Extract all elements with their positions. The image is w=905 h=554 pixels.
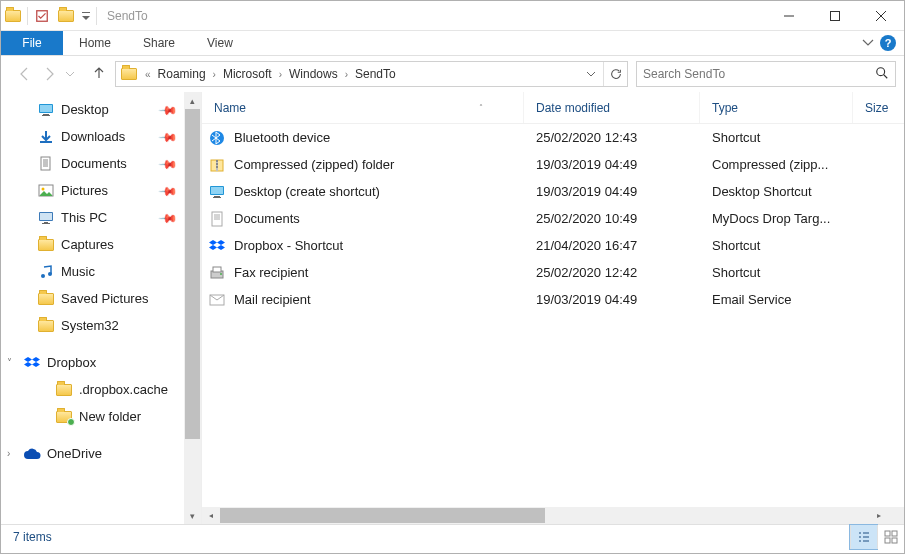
search-icon[interactable] bbox=[875, 66, 889, 83]
recent-locations-dropdown[interactable] bbox=[65, 69, 75, 79]
hscroll-right[interactable]: ▸ bbox=[870, 507, 887, 524]
file-date: 19/03/2019 04:49 bbox=[524, 292, 700, 307]
file-row[interactable]: Desktop (create shortcut)19/03/2019 04:4… bbox=[202, 178, 904, 205]
back-button[interactable] bbox=[17, 66, 33, 82]
svg-rect-6 bbox=[43, 114, 49, 115]
sidebar-item-desktop[interactable]: Desktop📌 bbox=[1, 96, 184, 123]
sidebar-scrollbar[interactable]: ▴ ▾ bbox=[184, 92, 201, 524]
breadcrumb-sep[interactable]: › bbox=[342, 69, 351, 80]
nav-arrows bbox=[7, 64, 111, 84]
sidebar-item--dropbox-cache[interactable]: .dropbox.cache bbox=[1, 376, 184, 403]
svg-rect-15 bbox=[42, 223, 50, 224]
file-row[interactable]: Mail recipient19/03/2019 04:49Email Serv… bbox=[202, 286, 904, 313]
scroll-corner bbox=[887, 507, 904, 524]
refresh-button[interactable] bbox=[603, 62, 627, 86]
sidebar-item-dropbox[interactable]: ˅Dropbox bbox=[1, 349, 184, 376]
tab-view[interactable]: View bbox=[191, 31, 249, 55]
newfolder-icon bbox=[55, 408, 73, 426]
svg-point-31 bbox=[220, 273, 222, 275]
file-row[interactable]: Documents25/02/2020 10:49MyDocs Drop Tar… bbox=[202, 205, 904, 232]
sidebar-item-downloads[interactable]: Downloads📌 bbox=[1, 123, 184, 150]
qat-customize-dropdown[interactable] bbox=[78, 1, 94, 30]
close-button[interactable] bbox=[858, 1, 904, 31]
view-thumbnails-button[interactable] bbox=[877, 525, 904, 549]
sidebar-item-onedrive[interactable]: ›OneDrive bbox=[1, 440, 184, 467]
pin-icon: 📌 bbox=[158, 126, 179, 147]
maximize-button[interactable] bbox=[812, 1, 858, 31]
sidebar-item-label: New folder bbox=[79, 409, 141, 424]
hscroll-thumb[interactable] bbox=[220, 508, 545, 523]
sidebar-scroll-up[interactable]: ▴ bbox=[184, 92, 201, 109]
breadcrumb-sep[interactable]: › bbox=[276, 69, 285, 80]
sidebar-item-system32[interactable]: System32 bbox=[1, 312, 184, 339]
sidebar-scroll-thumb[interactable] bbox=[185, 109, 200, 439]
breadcrumb-microsoft[interactable]: Microsoft bbox=[219, 62, 276, 86]
sidebar-item-this pc[interactable]: This PC📌 bbox=[1, 204, 184, 231]
breadcrumb-sendto[interactable]: SendTo bbox=[351, 62, 400, 86]
sidebar-item-pictures[interactable]: Pictures📌 bbox=[1, 177, 184, 204]
column-header-name[interactable]: Name˄ bbox=[202, 92, 524, 123]
column-header-name-label: Name bbox=[214, 101, 246, 115]
breadcrumb-overflow[interactable]: « bbox=[142, 69, 154, 80]
chevron-icon[interactable]: › bbox=[7, 448, 10, 459]
downloads-icon bbox=[37, 128, 55, 146]
chevron-icon[interactable]: ˅ bbox=[7, 357, 12, 368]
minimize-button[interactable] bbox=[766, 1, 812, 31]
address-bar[interactable]: « Roaming› Microsoft› Windows› SendTo bbox=[115, 61, 628, 87]
hscroll-left[interactable]: ◂ bbox=[202, 507, 219, 524]
search-box[interactable]: Search SendTo bbox=[636, 61, 896, 87]
column-header-type[interactable]: Type bbox=[700, 92, 853, 123]
svg-rect-14 bbox=[44, 222, 48, 223]
sidebar-item-label: Downloads bbox=[61, 129, 125, 144]
file-type: Compressed (zipp... bbox=[700, 157, 853, 172]
window-title: SendTo bbox=[99, 9, 148, 23]
column-header-date[interactable]: Date modified bbox=[524, 92, 700, 123]
file-row[interactable]: Compressed (zipped) folder19/03/2019 04:… bbox=[202, 151, 904, 178]
sidebar-item-label: Captures bbox=[61, 237, 114, 252]
svg-rect-34 bbox=[892, 531, 897, 536]
qat-properties-button[interactable] bbox=[30, 1, 54, 30]
content-area: Desktop📌Downloads📌Documents📌Pictures📌Thi… bbox=[1, 92, 904, 524]
file-row[interactable]: Bluetooth device25/02/2020 12:43Shortcut bbox=[202, 124, 904, 151]
sidebar-item-music[interactable]: Music bbox=[1, 258, 184, 285]
sidebar-item-label: System32 bbox=[61, 318, 119, 333]
file-date: 25/02/2020 12:42 bbox=[524, 265, 700, 280]
breadcrumb-windows[interactable]: Windows bbox=[285, 62, 342, 86]
help-button[interactable]: ? bbox=[880, 35, 896, 51]
desktop-icon bbox=[37, 101, 55, 119]
sidebar-item-saved pictures[interactable]: Saved Pictures bbox=[1, 285, 184, 312]
pictures-icon bbox=[37, 182, 55, 200]
horizontal-scrollbar[interactable]: ◂ ▸ bbox=[202, 507, 887, 524]
svg-rect-26 bbox=[214, 196, 220, 197]
up-button[interactable] bbox=[91, 64, 107, 84]
column-header-size[interactable]: Size bbox=[853, 92, 893, 123]
sidebar-item-label: .dropbox.cache bbox=[79, 382, 168, 397]
view-details-button[interactable] bbox=[850, 525, 877, 549]
forward-button[interactable] bbox=[41, 66, 57, 82]
svg-rect-13 bbox=[40, 213, 52, 220]
sidebar-item-captures[interactable]: Captures bbox=[1, 231, 184, 258]
sidebar-item-new folder[interactable]: New folder bbox=[1, 403, 184, 430]
sidebar-scroll-down[interactable]: ▾ bbox=[184, 507, 201, 524]
svg-point-11 bbox=[42, 187, 45, 190]
file-row[interactable]: Dropbox - Shortcut21/04/2020 16:47Shortc… bbox=[202, 232, 904, 259]
qat-folder-button[interactable] bbox=[54, 1, 78, 30]
sidebar-item-label: Pictures bbox=[61, 183, 108, 198]
tab-share[interactable]: Share bbox=[127, 31, 191, 55]
expand-ribbon-button[interactable] bbox=[862, 36, 874, 51]
separator bbox=[27, 7, 28, 25]
sidebar-item-documents[interactable]: Documents📌 bbox=[1, 150, 184, 177]
file-name: Compressed (zipped) folder bbox=[234, 157, 394, 172]
svg-rect-25 bbox=[211, 187, 223, 194]
file-name: Documents bbox=[234, 211, 300, 226]
address-dropdown-button[interactable] bbox=[579, 62, 603, 86]
sidebar-item-label: This PC bbox=[61, 210, 107, 225]
file-row[interactable]: Fax recipient25/02/2020 12:42Shortcut bbox=[202, 259, 904, 286]
documents-icon bbox=[37, 155, 55, 173]
svg-rect-21 bbox=[216, 160, 218, 162]
tab-file[interactable]: File bbox=[1, 31, 63, 55]
breadcrumb-sep[interactable]: › bbox=[210, 69, 219, 80]
breadcrumb-roaming[interactable]: Roaming bbox=[154, 62, 210, 86]
file-type: Shortcut bbox=[700, 130, 853, 145]
tab-home[interactable]: Home bbox=[63, 31, 127, 55]
